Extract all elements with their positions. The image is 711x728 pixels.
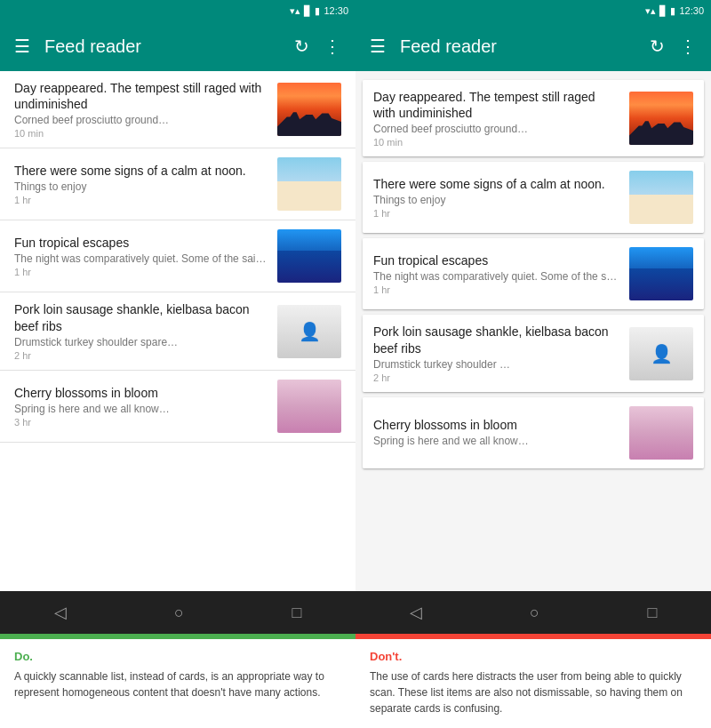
app-bar-dont: ☰ Feed reader ↻ ⋮ (356, 21, 711, 71)
feed-card[interactable]: Fun tropical escapes The night was compa… (363, 238, 704, 309)
feed-item-title: Day reappeared. The tempest still raged … (14, 80, 267, 112)
feed-item-image (277, 229, 341, 283)
city-image (277, 83, 341, 136)
feed-item-image: 👤 (277, 305, 341, 358)
feed-item-content: Day reappeared. The tempest still raged … (373, 89, 619, 148)
card-item: Fun tropical escapes The night was compa… (363, 238, 704, 309)
feed-list-do: Day reappeared. The tempest still raged … (0, 71, 356, 591)
feed-item-image: 👤 (629, 327, 693, 380)
more-icon-dont[interactable]: ⋮ (679, 36, 697, 57)
feed-item-time: 1 hr (14, 267, 267, 277)
feed-item-title: Pork loin sausage shankle, kielbasa baco… (373, 324, 619, 356)
do-annotation: Do. A quickly scannable list, instead of… (0, 639, 356, 728)
card-item: Cherry blossoms in bloom Spring is here … (363, 397, 704, 468)
feed-item-content: There were some signs of a calm at noon.… (373, 176, 619, 219)
feed-card[interactable]: Cherry blossoms in bloom Spring is here … (363, 397, 704, 468)
wifi-icon-dont: ▾▴ (645, 5, 656, 17)
dont-phone: ▾▴ ▊ ▮ 12:30 ☰ Feed reader ↻ ⋮ Day reapp… (356, 0, 711, 728)
dont-text: The use of cards here distracts the user… (370, 668, 697, 716)
wifi-icon: ▾▴ (290, 5, 300, 17)
feed-item-title: Fun tropical escapes (373, 252, 619, 268)
feed-item-content: There were some signs of a calm at noon.… (14, 163, 267, 205)
app-bar-do: ☰ Feed reader ↻ ⋮ (0, 21, 356, 71)
feed-item-title: Pork loin sausage shankle, kielbasa baco… (14, 301, 267, 333)
list-item[interactable]: Day reappeared. The tempest still raged … (0, 71, 356, 148)
list-item[interactable]: Fun tropical escapes The night was compa… (0, 220, 356, 292)
recent-button-dont[interactable]: □ (647, 604, 657, 622)
feed-item-time: 3 hr (14, 417, 267, 428)
tropical-image (277, 229, 341, 283)
feed-item-title: Fun tropical escapes (14, 235, 267, 251)
feed-item-content: Day reappeared. The tempest still raged … (14, 80, 267, 139)
feed-card[interactable]: There were some signs of a calm at noon.… (363, 162, 704, 233)
feed-item-image (629, 92, 693, 145)
do-label: Do. (14, 650, 341, 663)
more-icon[interactable]: ⋮ (324, 36, 341, 57)
feed-item-content: Cherry blossoms in bloom Spring is here … (14, 385, 267, 428)
cherry-image (277, 380, 341, 433)
feed-item-subtitle: The night was comparatively quiet. Some … (14, 252, 267, 265)
card-item: Day reappeared. The tempest still raged … (363, 80, 704, 156)
refresh-icon[interactable]: ↻ (294, 36, 309, 57)
feed-item-time: 10 min (373, 137, 619, 148)
card-item: There were some signs of a calm at noon.… (363, 162, 704, 233)
feed-item-time: 1 hr (14, 195, 267, 205)
feed-item-subtitle: Drumstick turkey shoulder spare… (14, 336, 267, 348)
feed-item-time: 1 hr (373, 284, 619, 295)
beach-image (277, 157, 341, 211)
list-item[interactable]: Pork loin sausage shankle, kielbasa baco… (0, 292, 356, 370)
back-button-dont[interactable]: ◁ (410, 603, 422, 622)
feed-item-image (277, 380, 341, 433)
do-text: A quickly scannable list, instead of car… (14, 668, 341, 700)
feed-item-content: Pork loin sausage shankle, kielbasa baco… (373, 324, 619, 382)
feed-item-subtitle: Things to enjoy (373, 194, 619, 206)
refresh-icon-dont[interactable]: ↻ (650, 36, 665, 57)
feed-card[interactable]: Pork loin sausage shankle, kielbasa baco… (363, 315, 704, 391)
home-button-dont[interactable]: ○ (530, 604, 539, 622)
feed-item-title: Day reappeared. The tempest still raged … (373, 89, 619, 121)
feed-item-subtitle: Things to enjoy (14, 180, 267, 193)
feed-item-subtitle: Corned beef prosciutto ground… (14, 114, 267, 126)
feed-item-time: 1 hr (373, 208, 619, 219)
list-item[interactable]: There were some signs of a calm at noon.… (0, 148, 356, 220)
list-item[interactable]: Cherry blossoms in bloom Spring is here … (0, 371, 356, 443)
time-do: 12:30 (324, 5, 348, 16)
feed-item-title: There were some signs of a calm at noon. (14, 163, 267, 179)
battery-icon: ▮ (315, 5, 320, 17)
hamburger-icon[interactable]: ☰ (14, 36, 30, 57)
feed-item-title: Cherry blossoms in bloom (373, 417, 619, 433)
dont-label: Don't. (370, 650, 697, 663)
do-phone: ▾▴ ▊ ▮ 12:30 ☰ Feed reader ↻ ⋮ Day reapp… (0, 0, 356, 728)
status-icons-do: ▾▴ ▊ ▮ 12:30 (290, 5, 348, 17)
feed-item-time: 2 hr (373, 372, 619, 383)
person-image: 👤 (277, 305, 341, 358)
back-button[interactable]: ◁ (54, 603, 67, 622)
feed-item-content: Cherry blossoms in bloom Spring is here … (373, 417, 619, 449)
recent-button[interactable]: □ (292, 604, 301, 622)
nav-bar-dont: ◁ ○ □ (356, 591, 711, 634)
battery-icon-dont: ▮ (670, 5, 675, 17)
feed-item-title: There were some signs of a calm at noon. (373, 176, 619, 192)
feed-item-content: Pork loin sausage shankle, kielbasa baco… (14, 301, 267, 360)
app-title-do: Feed reader (44, 36, 280, 57)
cherry-image-dont (629, 406, 693, 460)
tropical-image-dont (629, 247, 693, 300)
feed-card[interactable]: Day reappeared. The tempest still raged … (363, 80, 704, 156)
feed-item-subtitle: The night was comparatively quiet. Some … (373, 270, 619, 283)
feed-item-subtitle: Drumstick turkey shoulder … (373, 358, 619, 371)
app-title-dont: Feed reader (400, 36, 635, 57)
feed-item-content: Fun tropical escapes The night was compa… (373, 252, 619, 295)
feed-item-subtitle: Corned beef prosciutto ground… (373, 123, 619, 135)
feed-item-image (629, 406, 693, 460)
status-icons-dont: ▾▴ ▊ ▮ 12:30 (645, 5, 704, 17)
card-item: Pork loin sausage shankle, kielbasa baco… (363, 315, 704, 391)
feed-item-image (629, 247, 693, 300)
home-button[interactable]: ○ (174, 604, 184, 622)
signal-icon-dont: ▊ (659, 5, 667, 17)
feed-item-image (277, 83, 341, 136)
nav-bar-do: ◁ ○ □ (0, 591, 356, 634)
feed-item-title: Cherry blossoms in bloom (14, 385, 267, 401)
time-dont: 12:30 (679, 5, 704, 16)
feed-item-time: 10 min (14, 128, 267, 139)
hamburger-icon-dont[interactable]: ☰ (370, 36, 386, 57)
